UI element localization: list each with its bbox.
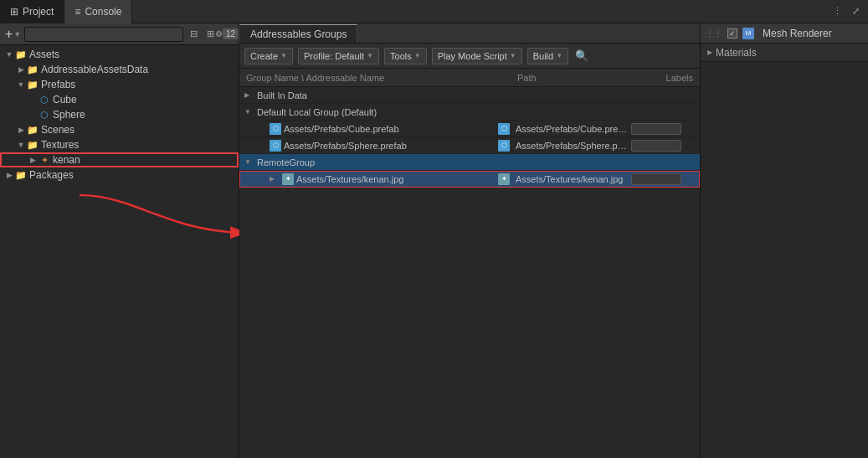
chevron-kenan <box>27 154 39 166</box>
folder-icon-textures: 📁 <box>27 139 39 151</box>
build-button[interactable]: Build ▼ <box>527 48 568 64</box>
cell-remote-group-name: ▼ RemoteGroup <box>243 157 494 167</box>
cube-asset-icon: ⬡ <box>270 123 281 135</box>
texture-icon-kenan: ✦ <box>39 154 50 166</box>
folder-icon-prefabs: 📁 <box>27 79 39 90</box>
profile-button[interactable]: Profile: Default ▼ <box>298 48 379 64</box>
drag-handle-icon: ⋮⋮ <box>706 28 722 38</box>
settings-icon[interactable]: ⚙ 12 <box>220 28 234 41</box>
texture-asset-icon: ✦ <box>282 173 294 185</box>
tree-item-prefabs[interactable]: 📁 Prefabs <box>0 77 239 92</box>
tab-project[interactable]: ⊞ Project <box>0 0 64 23</box>
table-row[interactable]: ▼ Default Local Group (Default) <box>239 104 700 121</box>
project-tab-label: Project <box>23 6 54 18</box>
folder-icon-packages: 📁 <box>15 169 27 181</box>
header-labels: Labels <box>629 73 696 83</box>
project-toolbar: + ▼ ⊟ ⊞ ⚙ 12 <box>0 23 239 45</box>
table-row[interactable]: ⬡ Assets/Prefabs/Sphere.prefab ⬡ Assets/… <box>239 137 700 154</box>
mesh-renderer-checkbox[interactable]: ✓ <box>727 28 737 39</box>
materials-chevron: ▶ <box>707 49 712 56</box>
tools-button[interactable]: Tools ▼ <box>384 48 427 64</box>
tree-item-sphere[interactable]: ⬡ Sphere <box>0 107 239 122</box>
tree-item-addressable[interactable]: 📁 AddressableAssetsData <box>0 62 239 77</box>
lock-icon[interactable]: ⋮ <box>829 4 845 19</box>
inspector-panel: ⋮⋮ ✓ M Mesh Renderer ▶ Materials <box>701 23 868 458</box>
console-tab-icon: ≡ <box>74 6 80 18</box>
cell-kenan-labels <box>629 173 696 185</box>
addressables-panel: Addressables Groups Create ▼ Profile: De… <box>239 23 701 458</box>
chevron-addressable <box>15 64 27 75</box>
cell-cube-path: Assets/Prefabs/Cube.prefab <box>514 124 629 134</box>
table-row[interactable]: ▼ RemoteGroup <box>239 154 700 171</box>
cell-kenan-type-icon: ✦ <box>494 173 514 185</box>
maximize-icon[interactable]: ⤢ <box>848 4 863 19</box>
addr-search-icon[interactable]: 🔍 <box>573 48 590 64</box>
tree-item-packages[interactable]: 📁 Packages <box>0 167 239 183</box>
add-caret: ▼ <box>13 30 21 39</box>
create-caret: ▼ <box>280 52 287 59</box>
file-tree: 📁 Assets 📁 AddressableAssetsData 📁 Prefa… <box>0 45 239 458</box>
project-tab-icon: ⊞ <box>10 6 18 18</box>
project-panel: + ▼ ⊟ ⊞ ⚙ 12 📁 Assets 📁 AddressableAsse <box>0 23 239 458</box>
cell-sphere-name: ⬡ Assets/Prefabs/Sphere.prefab <box>243 140 494 152</box>
folder-icon-addressable: 📁 <box>27 64 39 75</box>
chevron-scenes <box>15 124 27 136</box>
chevron-default-group: ▼ <box>244 108 254 116</box>
mesh-renderer-header: ⋮⋮ ✓ M Mesh Renderer <box>701 23 868 44</box>
table-row[interactable]: ▶ Built In Data <box>239 87 700 104</box>
table-row[interactable]: ⬡ Assets/Prefabs/Cube.prefab ⬡ Assets/Pr… <box>239 121 700 137</box>
tree-item-scenes[interactable]: 📁 Scenes <box>0 122 239 137</box>
cell-builtin-name: ▶ Built In Data <box>243 90 494 100</box>
header-name: Group Name \ Addressable Name <box>243 73 494 83</box>
play-mode-caret: ▼ <box>510 52 516 59</box>
chevron-kenan-row: ▶ <box>270 175 280 183</box>
save-icon[interactable]: ⊟ <box>187 28 200 41</box>
addressables-toolbar: Create ▼ Profile: Default ▼ Tools ▼ Play… <box>239 44 700 69</box>
cell-sphere-type-icon: ⬡ <box>494 140 514 152</box>
tab-addressables-groups[interactable]: Addressables Groups <box>239 24 357 43</box>
folder-icon-assets: 📁 <box>15 49 27 60</box>
cell-default-group-name: ▼ Default Local Group (Default) <box>243 107 494 117</box>
sphere-icon: ⬡ <box>39 109 50 121</box>
console-tab-label: Console <box>85 6 121 18</box>
search-input[interactable] <box>24 27 183 42</box>
play-mode-button[interactable]: Play Mode Script ▼ <box>432 48 522 64</box>
materials-label: Materials <box>716 47 757 59</box>
build-caret: ▼ <box>556 52 562 59</box>
kenan-type-icon: ✦ <box>498 173 510 185</box>
mesh-renderer-title: Mesh Renderer <box>763 28 832 39</box>
table-header: Group Name \ Addressable Name Path Label… <box>239 69 700 87</box>
badge-count: 12 <box>223 28 239 39</box>
tree-item-kenan[interactable]: ✦ kenan <box>0 152 239 167</box>
chevron-textures <box>15 139 27 151</box>
tree-item-textures[interactable]: 📁 Textures <box>0 137 239 152</box>
header-path: Path <box>514 73 629 83</box>
tree-item-assets[interactable]: 📁 Assets <box>0 47 239 62</box>
folder-icon-scenes: 📁 <box>27 124 39 136</box>
mesh-renderer-icon: M <box>742 28 754 39</box>
tools-caret: ▼ <box>414 52 421 59</box>
chevron-builtin: ▶ <box>244 91 254 99</box>
chevron-remote-group: ▼ <box>244 158 254 166</box>
cell-sphere-path: Assets/Prefabs/Sphere.prefab <box>514 141 629 151</box>
tab-console[interactable]: ≡ Console <box>64 0 132 23</box>
table-row[interactable]: ▶ ✦ Assets/Textures/kenan.jpg ✦ Assets/T… <box>239 171 700 188</box>
sphere-type-icon: ⬡ <box>498 140 510 152</box>
materials-section[interactable]: ▶ Materials <box>701 44 868 62</box>
create-button[interactable]: Create ▼ <box>244 48 293 64</box>
cell-sphere-labels <box>629 140 696 152</box>
cell-cube-name: ⬡ Assets/Prefabs/Cube.prefab <box>243 123 494 135</box>
tree-item-cube[interactable]: ⬡ Cube <box>0 92 239 107</box>
addressables-tabs: Addressables Groups <box>239 23 700 44</box>
cube-icon: ⬡ <box>39 94 50 105</box>
profile-caret: ▼ <box>367 52 373 59</box>
sphere-asset-icon: ⬡ <box>270 140 281 152</box>
chevron-prefabs <box>15 79 27 90</box>
add-button[interactable]: + ▼ <box>5 27 21 42</box>
chevron-assets <box>3 49 15 60</box>
cell-kenan-name: ▶ ✦ Assets/Textures/kenan.jpg <box>243 173 494 185</box>
chevron-packages <box>3 169 15 181</box>
addressables-table: Group Name \ Addressable Name Path Label… <box>239 69 700 458</box>
cell-cube-type-icon: ⬡ <box>494 123 514 135</box>
cell-kenan-path: Assets/Textures/kenan.jpg <box>514 174 629 184</box>
